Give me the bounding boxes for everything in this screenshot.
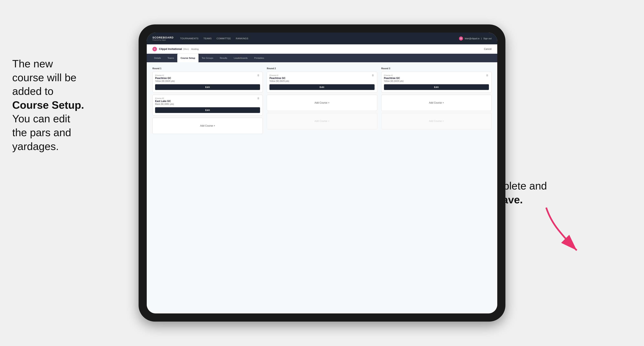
rounds-grid: Round 1 (Course A) Peachtree GC Yellow (…: [152, 67, 492, 136]
tournament-status: Hosting: [191, 48, 198, 50]
round1-course-b-badge: (Course B): [155, 97, 260, 99]
tournament-gender: (Men): [183, 48, 189, 50]
round3-add-course-label: Add Course +: [429, 101, 444, 104]
round3-course-a-name: Peachtree GC: [384, 77, 489, 80]
tabs-bar: Details Teams Course Setup Tee Groups Re…: [147, 54, 497, 62]
user-email: blair@clippd.io: [465, 37, 479, 40]
tab-course-setup[interactable]: Course Setup: [177, 54, 198, 62]
right-arrow-icon: [530, 203, 587, 256]
content-area: Round 1 (Course A) Peachtree GC Yellow (…: [147, 62, 497, 314]
top-nav: SCOREBOARD Powered by clippd TOURNAMENTS…: [147, 32, 497, 44]
nav-right: B blair@clippd.io | Sign out: [459, 36, 492, 40]
round3-course-a-delete-icon[interactable]: 🗑: [486, 74, 489, 77]
annotation-bold: Course Setup.: [12, 99, 84, 111]
round1-add-course-button[interactable]: Add Course +: [152, 118, 263, 134]
round3-course-a-card: (Course A) Peachtree GC Yellow (M) (6629…: [381, 72, 492, 93]
tablet-screen: SCOREBOARD Powered by clippd TOURNAMENTS…: [147, 32, 497, 314]
round3-add-course-extra-label: Add Course +: [429, 120, 444, 123]
tournament-bar: C Clippd Invitational (Men) Hosting Canc…: [147, 44, 497, 54]
nav-links: TOURNAMENTS TEAMS COMMITTEE RANKINGS: [180, 37, 459, 40]
round1-course-b-card: (Course B) East Lake GC Black (M) (6891 …: [152, 95, 263, 116]
tab-tee-groups[interactable]: Tee Groups: [198, 54, 217, 62]
annotation-line6: the pars and: [12, 127, 71, 138]
scoreboard-logo: SCOREBOARD Powered by clippd: [152, 36, 174, 41]
round1-course-a-card: (Course A) Peachtree GC Yellow (M) (6629…: [152, 72, 263, 93]
round1-course-a-tee: Yellow (M) (6629 yds): [155, 80, 260, 82]
round1-course-a-edit-button[interactable]: Edit: [155, 84, 260, 90]
logo-title: SCOREBOARD: [152, 36, 174, 39]
round3-add-course-button[interactable]: Add Course +: [381, 95, 492, 111]
round2-course-a-badge: (Course A): [270, 74, 374, 76]
nav-committee[interactable]: COMMITTEE: [217, 37, 231, 40]
round3-add-course-extra-button: Add Course +: [381, 113, 492, 129]
round2-course-a-card: (Course A) Peachtree GC Yellow (M) (6629…: [267, 72, 377, 93]
round2-course-a-name: Peachtree GC: [270, 77, 374, 80]
tab-printables[interactable]: Printables: [251, 54, 268, 62]
round1-course-b-name: East Lake GC: [155, 100, 260, 103]
round2-add-course-label: Add Course +: [314, 101, 330, 104]
round2-add-course-extra-label: Add Course +: [314, 120, 330, 123]
nav-separator: |: [481, 37, 482, 40]
round-1-column: Round 1 (Course A) Peachtree GC Yellow (…: [152, 67, 263, 136]
round1-course-a-name: Peachtree GC: [155, 77, 260, 80]
annotation-line1: The new: [12, 58, 53, 70]
round1-add-course-label: Add Course +: [200, 124, 215, 127]
annotation-line5: You can edit: [12, 113, 70, 125]
round2-course-a-tee: Yellow (M) (6629 yds): [270, 80, 374, 82]
tablet-device: SCOREBOARD Powered by clippd TOURNAMENTS…: [138, 24, 506, 322]
round2-add-course-extra-button: Add Course +: [267, 113, 377, 129]
tab-details[interactable]: Details: [151, 54, 164, 62]
nav-tournaments[interactable]: TOURNAMENTS: [180, 37, 198, 40]
tab-leaderboards[interactable]: Leaderboards: [230, 54, 251, 62]
round1-course-b-edit-button[interactable]: Edit: [155, 107, 260, 113]
user-avatar: B: [459, 36, 463, 40]
round-2-column: Round 2 (Course A) Peachtree GC Yellow (…: [267, 67, 377, 136]
round2-add-course-button[interactable]: Add Course +: [267, 95, 377, 111]
round3-course-a-tee: Yellow (M) (6629 yds): [384, 80, 489, 82]
tournament-icon: C: [152, 47, 157, 51]
sign-out-link[interactable]: Sign out: [484, 37, 492, 40]
round1-course-a-delete-icon[interactable]: 🗑: [257, 74, 260, 77]
round-3-column: Round 3 (Course A) Peachtree GC Yellow (…: [381, 67, 492, 136]
nav-teams[interactable]: TEAMS: [204, 37, 212, 40]
round1-course-b-tee: Black (M) (6891 yds): [155, 103, 260, 105]
left-annotation: The new course will be added to Course S…: [12, 57, 126, 153]
round3-course-a-badge: (Course A): [384, 74, 489, 76]
round2-course-a-edit-button[interactable]: Edit: [270, 84, 374, 90]
annotation-line7: yardages.: [12, 141, 59, 152]
tournament-name: Clippd Invitational: [159, 47, 182, 50]
round-1-label: Round 1: [152, 67, 263, 70]
round1-course-b-delete-icon[interactable]: 🗑: [257, 97, 260, 100]
tab-results[interactable]: Results: [216, 54, 230, 62]
round-3-label: Round 3: [381, 67, 492, 70]
round1-course-a-badge: (Course A): [155, 74, 260, 76]
logo-subtitle: Powered by clippd: [152, 39, 174, 41]
tab-teams[interactable]: Teams: [164, 54, 177, 62]
round3-course-a-edit-button[interactable]: Edit: [384, 84, 489, 90]
round-2-label: Round 2: [267, 67, 377, 70]
cancel-button[interactable]: Cancel: [484, 48, 492, 50]
nav-rankings[interactable]: RANKINGS: [236, 37, 248, 40]
annotation-line2: course will be: [12, 72, 76, 83]
round2-course-a-delete-icon[interactable]: 🗑: [372, 74, 375, 77]
annotation-line3: added to: [12, 85, 54, 97]
